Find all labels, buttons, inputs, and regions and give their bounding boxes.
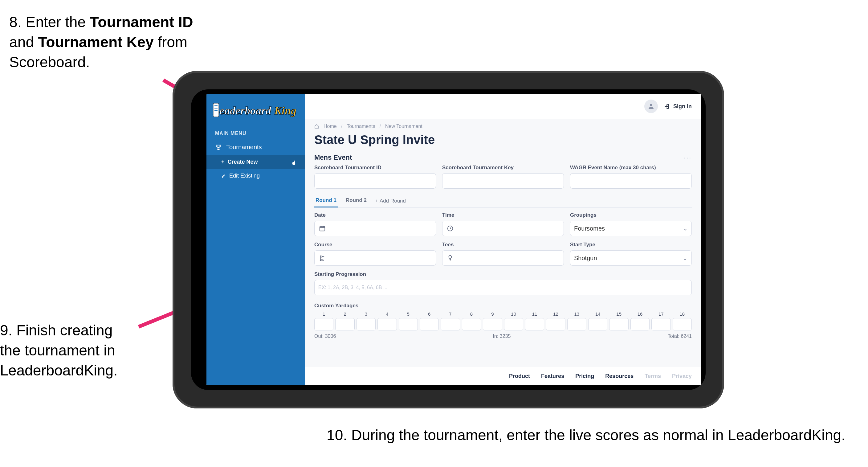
yardage-input[interactable] xyxy=(630,318,650,330)
footer-link-resources[interactable]: Resources xyxy=(605,373,633,379)
round-tabs: Round 1 Round 2 + Add Round xyxy=(314,194,692,208)
yardage-input[interactable] xyxy=(504,318,523,330)
course-input[interactable] xyxy=(314,250,436,266)
breadcrumb-tournaments[interactable]: Tournaments xyxy=(347,124,375,129)
yardage-input[interactable] xyxy=(567,318,586,330)
svg-text:Leaderboard: Leaderboard xyxy=(213,105,272,117)
field-label: Groupings xyxy=(570,212,692,218)
start-type-select[interactable]: Shotgun xyxy=(570,250,692,266)
field-date: Date xyxy=(314,212,436,236)
hole-column: 14 xyxy=(588,311,607,330)
yardage-input[interactable] xyxy=(588,318,607,330)
field-wagr-event-name: WAGR Event Name (max 30 chars) xyxy=(570,165,692,188)
hole-number: 7 xyxy=(441,311,460,318)
breadcrumb-home[interactable]: Home xyxy=(323,124,337,129)
annotation-step-10: 10. During the tournament, enter the liv… xyxy=(327,426,850,445)
yardage-input[interactable] xyxy=(335,318,354,330)
field-label: Scoreboard Tournament Key xyxy=(442,165,564,171)
starting-progression-input[interactable]: EX: 1, 2A, 2B, 3, 4, 5, 6A, 6B ... xyxy=(314,280,692,295)
field-label: Time xyxy=(442,212,564,218)
hole-number: 8 xyxy=(462,311,481,318)
hole-number: 10 xyxy=(504,311,523,318)
content-area: Home / Tournaments / New Tournament Stat… xyxy=(305,119,701,367)
sidebar-item-label: Create New xyxy=(228,159,258,165)
yardage-input[interactable] xyxy=(420,318,439,330)
breadcrumb-current: New Tournament xyxy=(385,124,423,129)
avatar[interactable] xyxy=(644,99,658,113)
hole-number: 12 xyxy=(546,311,565,318)
yardage-input[interactable] xyxy=(609,318,628,330)
sidebar-item-edit-existing[interactable]: Edit Existing xyxy=(207,169,305,183)
yardage-input[interactable] xyxy=(651,318,671,330)
overflow-menu-icon[interactable]: ··· xyxy=(684,154,692,161)
sidebar: Leaderboard King MAIN MENU Tournaments + xyxy=(207,94,305,385)
tees-input[interactable] xyxy=(442,250,564,266)
yardage-input[interactable] xyxy=(399,318,418,330)
yardage-input[interactable] xyxy=(546,318,565,330)
time-input[interactable] xyxy=(442,221,564,236)
hole-number: 9 xyxy=(483,311,502,318)
field-groupings: Groupings Foursomes xyxy=(570,212,692,236)
leaderboardking-logo-icon: Leaderboard King xyxy=(213,101,299,120)
footer-link-pricing[interactable]: Pricing xyxy=(575,373,594,379)
cursor-icon: ☝ xyxy=(291,160,297,165)
footer-link-terms[interactable]: Terms xyxy=(645,373,661,379)
yardage-input[interactable] xyxy=(314,318,333,330)
footer-nav: Product Features Pricing Resources Terms… xyxy=(305,367,701,385)
field-label: Date xyxy=(314,212,436,218)
text: 8. Enter the xyxy=(9,14,90,30)
hole-number: 17 xyxy=(651,311,671,318)
yardage-input[interactable] xyxy=(441,318,460,330)
page-title: State U Spring Invite xyxy=(314,133,692,152)
add-round-label: Add Round xyxy=(380,198,406,204)
custom-yardages-row: 123456789101112131415161718 xyxy=(314,311,692,330)
field-label: Course xyxy=(314,242,436,248)
hole-column: 15 xyxy=(609,311,628,330)
tablet-frame: Leaderboard King MAIN MENU Tournaments + xyxy=(173,71,724,408)
custom-yardages-label: Custom Yardages xyxy=(314,301,692,311)
svg-rect-4 xyxy=(213,103,219,117)
field-label: Tees xyxy=(442,242,564,248)
hole-column: 7 xyxy=(441,311,460,330)
edit-icon xyxy=(221,174,226,178)
trophy-icon xyxy=(215,144,222,151)
tab-round-1[interactable]: Round 1 xyxy=(314,194,338,207)
sidebar-item-label: Tournaments xyxy=(226,144,262,151)
scoreboard-id-input[interactable] xyxy=(314,173,436,188)
sidebar-section-label: MAIN MENU xyxy=(207,124,305,139)
field-label: Starting Progression xyxy=(314,271,692,278)
field-starting-progression: Starting Progression EX: 1, 2A, 2B, 3, 4… xyxy=(314,271,692,295)
wagr-input[interactable] xyxy=(570,173,692,188)
hole-column: 18 xyxy=(673,311,692,330)
tab-round-2[interactable]: Round 2 xyxy=(344,194,368,207)
yardage-input[interactable] xyxy=(673,318,692,330)
yardage-input[interactable] xyxy=(525,318,544,330)
footer-link-privacy[interactable]: Privacy xyxy=(672,373,692,379)
sidebar-item-create-new[interactable]: + Create New ☝ xyxy=(207,155,305,169)
hole-number: 2 xyxy=(335,311,354,318)
field-label: WAGR Event Name (max 30 chars) xyxy=(570,165,692,171)
yardage-input[interactable] xyxy=(462,318,481,330)
footer-link-features[interactable]: Features xyxy=(541,373,564,379)
signin-link[interactable]: Sign In xyxy=(664,103,692,110)
hole-column: 17 xyxy=(651,311,671,330)
yardage-input[interactable] xyxy=(483,318,502,330)
sidebar-item-tournaments[interactable]: Tournaments xyxy=(207,139,305,155)
brand-logo[interactable]: Leaderboard King xyxy=(207,94,305,124)
add-round-button[interactable]: + Add Round xyxy=(375,198,406,204)
yardage-input[interactable] xyxy=(377,318,397,330)
scoreboard-key-input[interactable] xyxy=(442,173,564,188)
yardage-input[interactable] xyxy=(356,318,376,330)
hole-number: 13 xyxy=(567,311,586,318)
field-time: Time xyxy=(442,212,564,236)
hole-number: 15 xyxy=(609,311,628,318)
groupings-select[interactable]: Foursomes xyxy=(570,221,692,236)
hole-number: 18 xyxy=(673,311,692,318)
footer-link-product[interactable]: Product xyxy=(509,373,530,379)
hole-number: 5 xyxy=(399,311,418,318)
select-value: Foursomes xyxy=(574,225,605,232)
flag-icon xyxy=(318,254,326,262)
text: 10. During the tournament, enter the liv… xyxy=(327,427,845,443)
date-input[interactable] xyxy=(314,221,436,236)
field-label: Start Type xyxy=(570,242,692,248)
